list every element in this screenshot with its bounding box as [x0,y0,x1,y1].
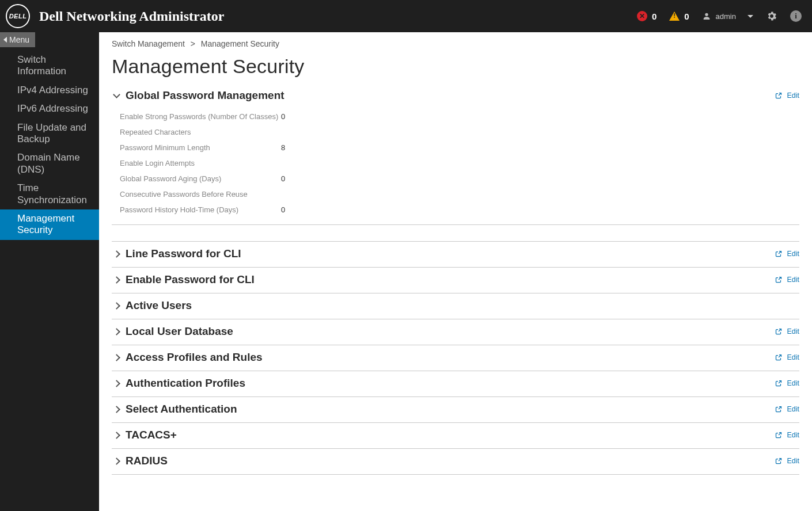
sidebar-item[interactable]: Management Security [0,209,99,240]
section-header[interactable]: Global Password ManagementEdit [112,83,799,109]
field-row: Repeated Characters [120,124,799,140]
section: Select AuthenticationEdit [112,397,799,423]
section-title: Local User Database [126,325,233,338]
section: Active Users [112,293,799,319]
info-button[interactable]: i [790,10,802,22]
popout-icon[interactable] [775,457,782,464]
field-value: 0 [281,205,285,214]
section-actions: Edit [775,353,799,361]
error-indicator[interactable]: ✕ 0 [637,11,657,21]
section-header[interactable]: Select AuthenticationEdit [112,397,799,422]
section-actions: Edit [775,379,799,387]
user-icon [702,12,711,21]
chevron-right-icon [112,459,121,464]
sidebar-item[interactable]: IPv4 Addressing [0,81,99,100]
sidebar-item[interactable]: File Update and Backup [0,119,99,149]
section-actions: Edit [775,431,799,439]
edit-link[interactable]: Edit [787,327,799,335]
field-label: Enable Login Attempts [120,159,281,167]
sidebar-item[interactable]: Time Synchronization [0,179,99,209]
sidebar-item[interactable]: Domain Name (DNS) [0,148,99,179]
edit-link[interactable]: Edit [787,250,799,258]
field-label: Password Minimum Length [120,143,281,152]
section-header[interactable]: Local User DatabaseEdit [112,319,799,345]
chevron-left-icon [3,37,7,43]
section-header[interactable]: Access Profiles and RulesEdit [112,345,799,371]
field-label: Enable Strong Passwords (Number Of Class… [120,112,281,121]
section-header[interactable]: Line Password for CLIEdit [112,242,799,267]
section-header[interactable]: TACACS+Edit [112,423,799,448]
warning-indicator[interactable]: 0 [669,12,689,21]
field-value: 0 [281,174,285,183]
section: RADIUSEdit [112,449,799,475]
menu-collapse-button[interactable]: Menu [0,32,35,47]
user-menu[interactable]: admin [702,12,753,21]
field-row: Enable Login Attempts [120,155,799,171]
page-title: Management Security [112,55,799,78]
popout-icon[interactable] [775,432,782,438]
username: admin [716,12,736,21]
sidebar-item[interactable]: IPv6 Addressing [0,100,99,118]
breadcrumb-leaf: Management Security [201,39,279,48]
sidebar-item-label: Management Security [17,213,74,235]
app-title: Dell Networking Administrator [39,9,224,24]
popout-icon[interactable] [775,276,782,283]
section-header[interactable]: Active Users [112,293,799,319]
sidebar-item-label: Domain Name (DNS) [17,152,80,174]
edit-link[interactable]: Edit [787,405,799,413]
sidebar-item-label: Time Synchronization [17,182,87,205]
edit-link[interactable]: Edit [787,353,799,361]
sidebar-item-label: IPv4 Addressing [17,85,88,96]
chevron-right-icon [112,329,121,334]
chevron-right-icon [112,433,121,438]
section-title: Global Password Management [126,89,284,102]
popout-icon[interactable] [775,92,782,99]
edit-link[interactable]: Edit [787,457,799,465]
warning-icon [669,12,680,21]
edit-link[interactable]: Edit [787,431,799,439]
sidebar-item[interactable]: Switch Information [0,51,99,81]
field-value: 8 [281,143,285,152]
section: Line Password for CLIEdit [112,241,799,268]
popout-icon[interactable] [775,328,782,335]
section: Global Password ManagementEditEnable Str… [112,83,799,225]
section-title: Access Profiles and Rules [126,351,263,364]
section: Enable Password for CLIEdit [112,268,799,293]
section-actions: Edit [775,250,799,258]
popout-icon[interactable] [775,406,782,413]
edit-link[interactable]: Edit [787,91,799,100]
dell-logo: DELL [6,4,30,28]
section: TACACS+Edit [112,423,799,449]
field-row: Global Password Aging (Days)0 [120,171,799,186]
section-actions: Edit [775,457,799,465]
edit-link[interactable]: Edit [787,276,799,284]
section-title: Authentication Profiles [126,377,245,390]
svg-point-0 [705,13,708,16]
settings-button[interactable] [766,10,777,22]
section-header[interactable]: Enable Password for CLIEdit [112,268,799,293]
popout-icon[interactable] [775,250,782,257]
section-header[interactable]: RADIUSEdit [112,449,799,474]
section: Access Profiles and RulesEdit [112,345,799,371]
popout-icon[interactable] [775,354,782,361]
section-actions: Edit [775,91,799,100]
field-label: Global Password Aging (Days) [120,174,281,183]
field-value: 0 [281,112,285,121]
sidebar-item-label: File Update and Backup [17,122,86,144]
popout-icon[interactable] [775,380,782,387]
section: Authentication ProfilesEdit [112,371,799,397]
field-label: Consecutive Passwords Before Reuse [120,190,281,199]
sidebar: Menu Switch InformationIPv4 AddressingIP… [0,32,99,511]
edit-link[interactable]: Edit [787,379,799,387]
section-title: Line Password for CLI [126,247,241,260]
chevron-right-icon [112,407,121,412]
field-row: Password History Hold-Time (Days)0 [120,202,799,218]
chevron-right-icon [112,381,121,386]
chevron-right-icon [112,251,121,257]
field-row: Enable Strong Passwords (Number Of Class… [120,109,799,124]
error-count: 0 [652,12,657,21]
section-header[interactable]: Authentication ProfilesEdit [112,371,799,396]
caret-down-icon [748,15,753,18]
breadcrumb-root[interactable]: Switch Management [112,39,185,48]
section-actions: Edit [775,327,799,335]
